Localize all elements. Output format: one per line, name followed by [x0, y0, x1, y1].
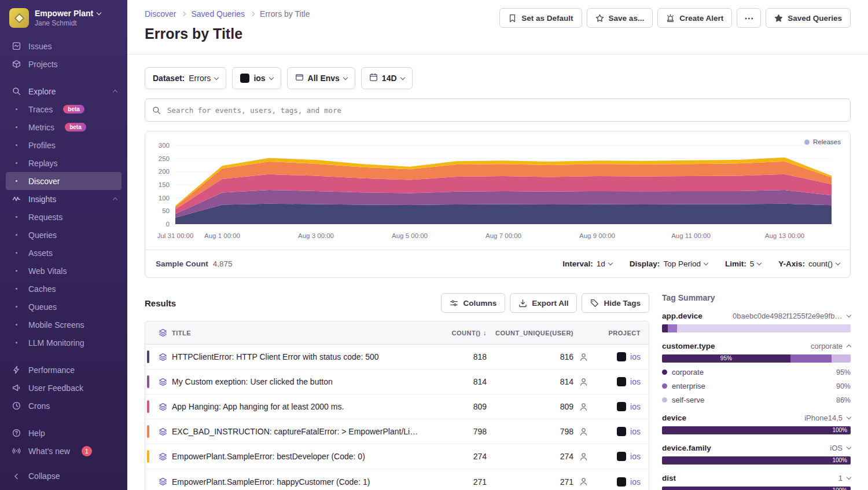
sidebar-item-label: Performance — [28, 365, 75, 375]
column-project[interactable]: PROJECT — [593, 330, 649, 337]
sidebar-item-issues[interactable]: Issues — [6, 37, 122, 55]
sidebar-item-queues[interactable]: Queues — [6, 298, 122, 316]
save-as-button[interactable]: Save as... — [587, 8, 653, 28]
project-cell[interactable]: ios — [593, 452, 649, 461]
event-title-link[interactable]: HTTPClientError: HTTP Client Error with … — [172, 352, 429, 361]
hide-tags-button[interactable]: Hide Tags — [582, 293, 649, 313]
interval-select[interactable]: Interval: 1d — [562, 259, 612, 268]
search-input[interactable] — [166, 105, 843, 115]
sidebar-item-metrics[interactable]: Metricsbeta — [6, 118, 122, 136]
event-title-link[interactable]: EXC_BAD_INSTRUCTION: captureFatalError: … — [172, 427, 429, 436]
table-row[interactable]: My Custom exeption: User clicked the but… — [145, 370, 649, 394]
org-switcher[interactable]: Empower Plant Jane Schmidt — [0, 0, 127, 36]
sidebar-item-llm-monitoring[interactable]: LLM Monitoring — [6, 334, 122, 352]
tag-distribution-bar[interactable]: 100% — [662, 426, 851, 434]
tag-header[interactable]: dist1 — [662, 474, 851, 482]
project-cell[interactable]: ios — [593, 377, 649, 386]
sidebar-item-mobile-screens[interactable]: Mobile Screens — [6, 316, 122, 334]
table-row[interactable]: EmpowerPlant.SampleError: bestDeveloper … — [145, 444, 649, 469]
stack-icon[interactable] — [153, 477, 172, 486]
stack-icon[interactable] — [153, 378, 172, 386]
sidebar-item-crons[interactable]: Crons — [6, 397, 122, 415]
bullet-icon — [12, 234, 21, 236]
sidebar-item-label: Queues — [28, 302, 57, 312]
set-as-default-button[interactable]: Set as Default — [499, 8, 582, 28]
event-title-link[interactable]: EmpowerPlant.SampleError: bestDeveloper … — [172, 452, 429, 461]
user-icon[interactable] — [573, 353, 593, 361]
tag-distribution-bar[interactable] — [662, 324, 851, 332]
column-count[interactable]: COUNT()↓ — [429, 329, 487, 337]
user-icon[interactable] — [573, 452, 593, 461]
stack-icon[interactable] — [153, 353, 172, 361]
dataset-filter[interactable]: Dataset: Errors — [145, 67, 226, 89]
project-filter[interactable]: ios — [232, 67, 281, 89]
sidebar-item-user-feedback[interactable]: User Feedback — [6, 379, 122, 397]
tag-breakdown-row[interactable]: enterprise90% — [662, 382, 851, 390]
user-icon[interactable] — [573, 477, 593, 486]
more-options-button[interactable]: ⋯ — [737, 8, 761, 28]
sidebar-item-queries[interactable]: Queries — [6, 226, 122, 244]
sample-count-label: Sample Count — [156, 259, 208, 268]
sidebar-item-assets[interactable]: Assets — [6, 244, 122, 262]
sidebar-item-insights[interactable]: Insights — [6, 190, 122, 208]
table-row[interactable]: App Hanging: App hanging for at least 20… — [145, 394, 649, 419]
project-cell[interactable]: ios — [593, 352, 649, 361]
tag-breakdown-row[interactable]: self-serve86% — [662, 396, 851, 404]
display-select[interactable]: Display: Top Period — [630, 259, 708, 268]
chart-legend[interactable]: Releases — [804, 138, 841, 145]
tag-header[interactable]: app.device0baebc0de4982f1255f2e9e9fb7… — [662, 312, 851, 320]
tag-percent-label: 95% — [662, 354, 790, 363]
tag-header[interactable]: deviceiPhone14,5 — [662, 414, 851, 422]
user-icon[interactable] — [573, 403, 593, 411]
sidebar-item-web-vitals[interactable]: Web Vitals — [6, 262, 122, 280]
export-all-button[interactable]: Export All — [510, 293, 577, 313]
tag-distribution-bar[interactable]: 100% — [662, 456, 851, 465]
saved-queries-button[interactable]: Saved Queries — [766, 8, 851, 28]
count-unique-cell: 814 — [487, 377, 573, 386]
collapse-button[interactable]: Collapse — [0, 465, 127, 490]
sidebar-item-caches[interactable]: Caches — [6, 280, 122, 298]
event-title-link[interactable]: My Custom exeption: User clicked the but… — [172, 377, 429, 386]
event-title-link[interactable]: EmpowerPlant.SampleError: happyCustomer … — [172, 477, 429, 487]
columns-button[interactable]: Columns — [441, 293, 505, 313]
tag-header[interactable]: device.familyiOS — [662, 444, 851, 452]
table-row[interactable]: HTTPClientError: HTTP Client Error with … — [145, 345, 649, 370]
project-cell[interactable]: ios — [593, 402, 649, 411]
event-title-link[interactable]: App Hanging: App hanging for at least 20… — [172, 402, 429, 411]
tag-breakdown-row[interactable]: corporate95% — [662, 368, 851, 376]
main: Discover Saved Queries Errors by Title S… — [127, 0, 868, 490]
limit-select[interactable]: Limit: 5 — [725, 259, 761, 268]
bullet-icon — [12, 324, 21, 326]
project-cell[interactable]: ios — [593, 427, 649, 436]
tag-distribution-bar[interactable]: 95% — [662, 354, 851, 363]
sidebar-item-whats-new[interactable]: What's new1 — [6, 442, 122, 460]
y-axis-value: count() — [808, 259, 833, 268]
sidebar-item-requests[interactable]: Requests — [6, 208, 122, 226]
sidebar-item-replays[interactable]: Replays — [6, 154, 122, 172]
sidebar-item-explore[interactable]: Explore — [6, 82, 122, 100]
sidebar-item-traces[interactable]: Tracesbeta — [6, 100, 122, 118]
y-axis-select[interactable]: Y-Axis: count() — [778, 259, 840, 268]
sidebar-item-help[interactable]: Help — [6, 424, 122, 442]
stack-icon[interactable] — [153, 403, 172, 411]
environment-filter[interactable]: All Envs — [287, 67, 355, 89]
date-range-filter[interactable]: 14D — [361, 67, 413, 89]
breadcrumb-saved-queries[interactable]: Saved Queries — [191, 9, 245, 19]
tag-distribution-bar[interactable]: 100% — [662, 487, 851, 490]
breadcrumb-discover[interactable]: Discover — [145, 9, 176, 19]
user-icon[interactable] — [573, 378, 593, 386]
sidebar-item-projects[interactable]: Projects — [6, 55, 122, 73]
create-alert-button[interactable]: Create Alert — [657, 8, 732, 28]
column-count-unique[interactable]: COUNT_UNIQUE(USER) — [487, 330, 573, 337]
user-icon[interactable] — [573, 427, 593, 436]
table-row[interactable]: EXC_BAD_INSTRUCTION: captureFatalError: … — [145, 419, 649, 444]
table-row[interactable]: EmpowerPlant.SampleError: happyCustomer … — [145, 469, 649, 490]
stack-icon[interactable] — [153, 452, 172, 461]
stack-icon[interactable] — [153, 427, 172, 436]
project-cell[interactable]: ios — [593, 477, 649, 487]
column-title[interactable]: TITLE — [172, 330, 429, 337]
sidebar-item-discover[interactable]: Discover — [6, 172, 122, 190]
tag-header[interactable]: customer.typecorporate — [662, 342, 851, 350]
sidebar-item-profiles[interactable]: Profiles — [6, 136, 122, 154]
sidebar-item-performance[interactable]: Performance — [6, 361, 122, 379]
